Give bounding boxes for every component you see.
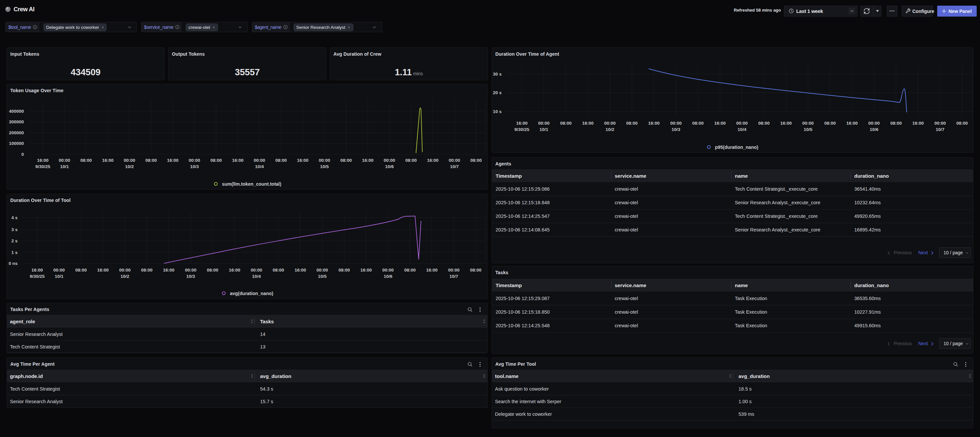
svg-text:08:00: 08:00 <box>824 121 836 126</box>
svg-text:00:00: 00:00 <box>538 121 550 126</box>
svg-text:16:00: 16:00 <box>427 158 439 163</box>
svg-text:16:00: 16:00 <box>163 268 175 273</box>
svg-text:9/30/25: 9/30/25 <box>30 274 45 279</box>
svg-text:16:00: 16:00 <box>32 268 43 273</box>
svg-text:10/4: 10/4 <box>255 164 264 169</box>
svg-text:00:00: 00:00 <box>934 121 946 126</box>
svg-text:10/6: 10/6 <box>870 127 878 132</box>
svg-text:16:00: 16:00 <box>232 158 243 163</box>
svg-text:08:00: 08:00 <box>470 268 482 273</box>
svg-text:16:00: 16:00 <box>516 121 528 126</box>
svg-text:3 s: 3 s <box>11 227 18 232</box>
svg-text:00:00: 00:00 <box>251 268 262 273</box>
svg-text:10/3: 10/3 <box>190 164 199 169</box>
svg-text:9/30/25: 9/30/25 <box>514 127 530 132</box>
svg-text:20 s: 20 s <box>493 90 502 95</box>
svg-text:08:00: 08:00 <box>891 121 902 126</box>
svg-text:10/1: 10/1 <box>60 164 69 169</box>
svg-text:16:00: 16:00 <box>37 158 49 163</box>
svg-text:10/5: 10/5 <box>803 127 813 132</box>
svg-text:0: 0 <box>21 152 24 157</box>
svg-text:00:00: 00:00 <box>802 121 814 126</box>
svg-text:10/7: 10/7 <box>450 274 458 279</box>
svg-text:08:00: 08:00 <box>75 268 87 273</box>
svg-text:16:00: 16:00 <box>97 268 109 273</box>
svg-text:10/5: 10/5 <box>318 274 327 279</box>
svg-text:00:00: 00:00 <box>868 121 880 126</box>
svg-text:30 s: 30 s <box>493 72 502 76</box>
svg-text:00:00: 00:00 <box>448 268 460 273</box>
svg-text:00:00: 00:00 <box>59 158 70 163</box>
svg-text:0 ns: 0 ns <box>9 261 18 266</box>
svg-text:10/4: 10/4 <box>252 274 261 279</box>
svg-text:1 s: 1 s <box>11 250 18 255</box>
svg-text:10/7: 10/7 <box>450 164 459 169</box>
svg-text:9/30/25: 9/30/25 <box>35 164 51 169</box>
svg-text:16:00: 16:00 <box>426 268 438 273</box>
svg-text:00:00: 00:00 <box>185 268 196 273</box>
svg-text:16:00: 16:00 <box>846 121 858 126</box>
svg-text:08:00: 08:00 <box>626 121 638 126</box>
svg-text:16:00: 16:00 <box>648 121 660 126</box>
svg-text:00:00: 00:00 <box>604 121 616 126</box>
svg-text:10/4: 10/4 <box>738 127 746 132</box>
svg-text:10/2: 10/2 <box>121 274 129 279</box>
svg-text:08:00: 08:00 <box>560 121 572 126</box>
svg-text:100000: 100000 <box>9 141 24 146</box>
svg-text:10 s: 10 s <box>493 109 502 114</box>
svg-text:10/7: 10/7 <box>936 127 945 132</box>
svg-text:08:00: 08:00 <box>145 158 157 163</box>
svg-text:00:00: 00:00 <box>317 268 328 273</box>
svg-text:4 s: 4 s <box>11 215 18 220</box>
svg-text:00:00: 00:00 <box>382 268 394 273</box>
svg-text:08:00: 08:00 <box>273 268 284 273</box>
svg-text:00:00: 00:00 <box>53 268 65 273</box>
svg-text:16:00: 16:00 <box>167 158 179 163</box>
svg-text:00:00: 00:00 <box>189 158 200 163</box>
svg-text:16:00: 16:00 <box>582 121 594 126</box>
svg-text:10/2: 10/2 <box>605 127 614 132</box>
svg-text:00:00: 00:00 <box>670 121 682 126</box>
svg-text:300000: 300000 <box>9 119 24 124</box>
svg-text:08:00: 08:00 <box>338 268 350 273</box>
svg-text:10/1: 10/1 <box>55 274 64 279</box>
svg-text:08:00: 08:00 <box>471 158 482 163</box>
svg-text:08:00: 08:00 <box>340 158 352 163</box>
svg-text:00:00: 00:00 <box>124 158 135 163</box>
svg-text:00:00: 00:00 <box>736 121 748 126</box>
svg-text:10/1: 10/1 <box>539 127 548 132</box>
svg-text:16:00: 16:00 <box>229 268 240 273</box>
svg-text:16:00: 16:00 <box>362 158 374 163</box>
svg-text:10/5: 10/5 <box>320 164 329 169</box>
svg-text:08:00: 08:00 <box>758 121 770 126</box>
svg-text:08:00: 08:00 <box>210 158 222 163</box>
svg-text:16:00: 16:00 <box>780 121 792 126</box>
svg-text:08:00: 08:00 <box>275 158 287 163</box>
svg-text:10/3: 10/3 <box>186 274 196 279</box>
svg-text:08:00: 08:00 <box>404 268 416 273</box>
svg-text:16:00: 16:00 <box>912 121 924 126</box>
svg-text:08:00: 08:00 <box>692 121 704 126</box>
svg-text:00:00: 00:00 <box>449 158 460 163</box>
svg-text:200000: 200000 <box>9 130 24 135</box>
svg-text:2 s: 2 s <box>11 238 18 243</box>
svg-text:00:00: 00:00 <box>384 158 395 163</box>
svg-text:16:00: 16:00 <box>714 121 726 126</box>
svg-text:10/3: 10/3 <box>671 127 681 132</box>
svg-text:00:00: 00:00 <box>319 158 331 163</box>
svg-text:16:00: 16:00 <box>360 268 372 273</box>
svg-text:16:00: 16:00 <box>102 158 114 163</box>
svg-text:16:00: 16:00 <box>297 158 309 163</box>
svg-text:08:00: 08:00 <box>80 158 92 163</box>
svg-text:10/6: 10/6 <box>385 164 394 169</box>
svg-text:08:00: 08:00 <box>207 268 219 273</box>
svg-text:10/2: 10/2 <box>125 164 134 169</box>
svg-text:08:00: 08:00 <box>406 158 417 163</box>
svg-text:00:00: 00:00 <box>254 158 266 163</box>
svg-text:10/6: 10/6 <box>383 274 393 279</box>
svg-text:00:00: 00:00 <box>119 268 131 273</box>
svg-text:16:00: 16:00 <box>294 268 306 273</box>
svg-text:400000: 400000 <box>9 109 24 114</box>
svg-text:08:00: 08:00 <box>956 121 968 126</box>
svg-text:08:00: 08:00 <box>141 268 153 273</box>
